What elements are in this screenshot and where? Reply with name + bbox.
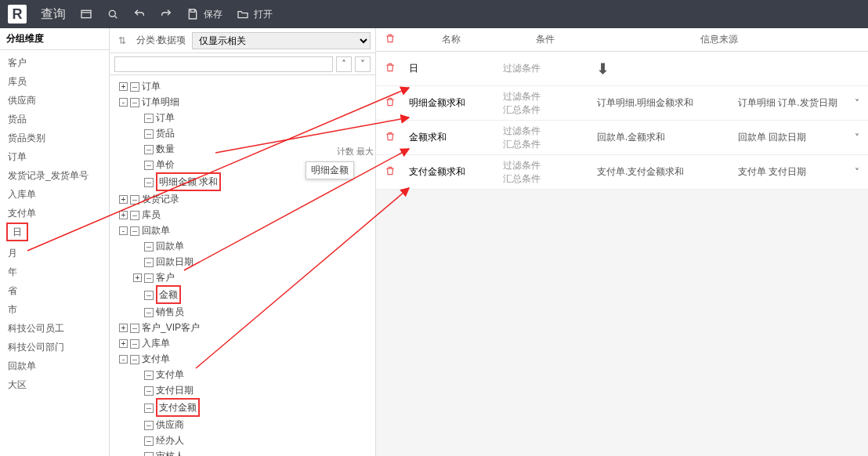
row-name: 支付金额求和 — [404, 155, 498, 189]
tree-node[interactable]: -订单明细 — [113, 94, 372, 110]
dim-item[interactable]: 省 — [0, 281, 109, 300]
dim-item[interactable]: 科技公司部门 — [0, 338, 109, 356]
row-delete-button[interactable] — [376, 155, 404, 189]
field-icon — [130, 339, 139, 349]
tree-toggle-icon[interactable]: + — [119, 211, 128, 219]
dim-item[interactable]: 货品 — [0, 110, 109, 128]
tree-node[interactable]: 订单 — [113, 110, 372, 125]
row-expand-icon[interactable]: ˅ — [846, 155, 868, 189]
tree-node[interactable]: -回款单 — [113, 223, 372, 238]
filter-select[interactable]: 仅显示相关 — [192, 32, 371, 49]
sort-icon[interactable]: ⇅ — [114, 35, 130, 46]
tree-node[interactable]: 销售员 — [113, 304, 372, 320]
tree-node-label: 货品 — [156, 128, 175, 139]
tree-toggle-icon[interactable]: - — [119, 355, 128, 364]
tree-node[interactable]: 支付金额 — [113, 398, 372, 417]
dim-item[interactable]: 大区 — [0, 375, 109, 394]
save-button[interactable]: 保存 — [186, 8, 222, 21]
tree-node-label: 库员 — [142, 209, 161, 220]
row-delete-button[interactable] — [376, 52, 404, 85]
dim-item[interactable]: 日 — [6, 223, 28, 241]
dim-list: 客户库员供应商货品货品类别订单发货记录_发货单号入库单支付单日月年省市科技公司员… — [0, 50, 109, 397]
tree-toggle-icon[interactable]: - — [119, 226, 128, 235]
row-cond[interactable]: 过滤条件汇总条件 — [498, 121, 592, 154]
field-icon — [144, 371, 154, 380]
row-cond[interactable]: 过滤条件汇总条件 — [498, 155, 592, 189]
data-tree: 计数 最大 最小 估计数 明细金额 +订单-订单明细订单货品数量单价明细金额 求… — [110, 75, 375, 456]
tree-node[interactable]: 支付日期 — [113, 382, 372, 398]
row-cond[interactable]: 过滤条件汇总条件 — [498, 86, 592, 120]
field-icon — [144, 114, 154, 123]
tree-node[interactable]: 支付单 — [113, 367, 372, 382]
row-expand-icon[interactable]: ˅ — [846, 86, 868, 120]
row-cond[interactable]: 过滤条件 — [498, 52, 592, 85]
tree-search-input[interactable] — [114, 56, 333, 72]
row-info2 — [733, 52, 846, 85]
tree-node[interactable]: 金额 — [113, 285, 372, 304]
open-button[interactable]: 打开 — [237, 8, 273, 21]
row-expand-icon[interactable]: ˅ — [846, 121, 868, 154]
toolbar-btn-1[interactable] — [80, 8, 92, 20]
tree-toggle-icon[interactable]: + — [133, 273, 142, 282]
tree-node[interactable]: 供应商 — [113, 417, 372, 432]
grid-header-delete[interactable] — [376, 33, 404, 46]
tree-node[interactable]: 审核人 — [113, 448, 372, 456]
grid-row: 明细金额求和过滤条件汇总条件订单明细.明细金额求和订单明细 订单.发货日期˅ — [376, 86, 868, 121]
tree-node[interactable]: +客户_VIP客户 — [113, 320, 372, 335]
tree-node[interactable]: +客户 — [113, 270, 372, 285]
tree-toggle-icon[interactable]: + — [119, 195, 128, 204]
tree-node-label: 回款单 — [142, 225, 170, 236]
row-name: 日 — [404, 52, 498, 85]
dim-item[interactable]: 货品类别 — [0, 128, 109, 147]
tree-node[interactable]: 回款日期 — [113, 254, 372, 270]
tree-node[interactable]: 回款单 — [113, 238, 372, 254]
dim-item[interactable]: 月 — [0, 244, 109, 262]
dim-item[interactable]: 库员 — [0, 72, 109, 91]
row-info1: 支付单.支付金额求和 — [592, 155, 733, 189]
field-icon — [144, 308, 154, 317]
app-title: 查询 — [41, 6, 66, 23]
dim-item[interactable]: 发货记录_发货单号 — [0, 166, 109, 185]
dim-item[interactable]: 年 — [0, 262, 109, 281]
dim-item[interactable]: 科技公司员工 — [0, 319, 109, 338]
field-icon — [144, 178, 154, 187]
field-icon — [130, 324, 139, 333]
undo-button[interactable] — [133, 8, 146, 20]
row-delete-button[interactable] — [376, 86, 404, 120]
tree-node[interactable]: +订单 — [113, 78, 372, 94]
tree-node[interactable]: 货品 — [113, 125, 372, 141]
tree-toggle-icon[interactable]: + — [119, 82, 128, 91]
svg-rect-0 — [81, 10, 91, 17]
redo-button[interactable] — [160, 8, 172, 20]
tree-node[interactable]: +库员 — [113, 207, 372, 223]
collapse-up-icon[interactable]: ˄ — [336, 56, 352, 72]
toolbar-btn-2[interactable] — [107, 8, 119, 20]
tree-node-label: 支付日期 — [156, 385, 193, 396]
tree-node[interactable]: +入库单 — [113, 335, 372, 351]
dim-item[interactable]: 支付单 — [0, 204, 109, 223]
dim-item[interactable]: 客户 — [0, 53, 109, 72]
dim-item[interactable]: 入库单 — [0, 185, 109, 204]
collapse-down-icon[interactable]: ˅ — [355, 56, 371, 72]
tree-panel: ⇅ 分类·数据项 仅显示相关 ˄ ˅ 计数 最大 最小 估计数 明细金额 +订单… — [110, 28, 376, 456]
field-icon — [144, 258, 154, 267]
tree-node[interactable]: -支付单 — [113, 351, 372, 367]
tree-toggle-icon[interactable]: + — [119, 339, 128, 348]
tree-toggle-icon[interactable]: - — [119, 98, 128, 107]
row-expand-icon[interactable] — [846, 52, 868, 85]
dim-panel-title: 分组维度 — [0, 28, 109, 50]
tree-node[interactable]: 经办人 — [113, 432, 372, 448]
field-icon — [130, 355, 139, 364]
tree-node-label: 入库单 — [142, 338, 170, 349]
row-info2: 订单明细 订单.发货日期 — [733, 86, 846, 120]
down-arrow-icon: ⬇ — [597, 60, 729, 78]
field-icon — [130, 226, 139, 236]
dim-item[interactable]: 回款单 — [0, 356, 109, 375]
dim-item[interactable]: 市 — [0, 300, 109, 319]
row-delete-button[interactable] — [376, 121, 404, 154]
dim-item[interactable]: 供应商 — [0, 91, 109, 110]
tree-node[interactable]: 数量 — [113, 141, 372, 157]
dim-item[interactable]: 订单 — [0, 147, 109, 166]
tree-node[interactable]: +发货记录 — [113, 191, 372, 207]
tree-toggle-icon[interactable]: + — [119, 324, 128, 332]
